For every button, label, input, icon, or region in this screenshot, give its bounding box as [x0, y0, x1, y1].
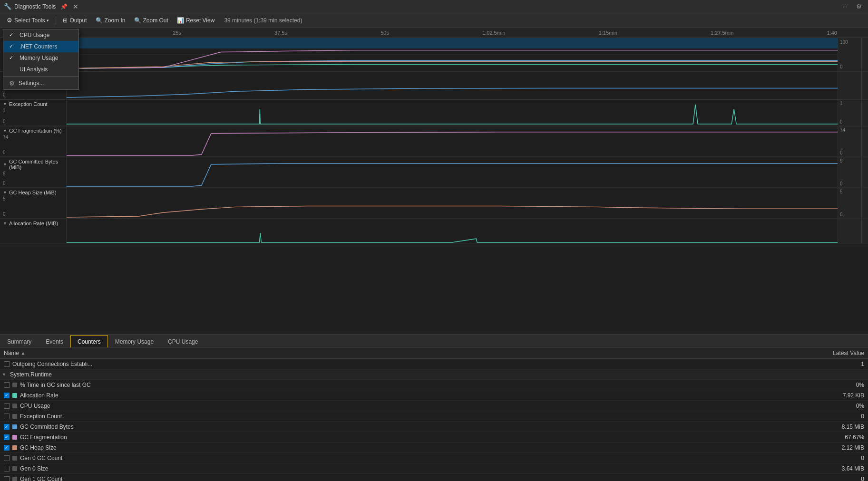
- gc-committed-header[interactable]: ▼ GC Committed Bytes (MiB): [3, 159, 63, 170]
- right-min: 0: [840, 64, 859, 69]
- tab-events-label: Events: [46, 338, 63, 345]
- dropdown-item-memory[interactable]: ✓ Memory Usage: [3, 52, 78, 64]
- gc-frag-scrollbar[interactable]: [861, 126, 868, 156]
- gear-icon: ⚙: [7, 17, 12, 24]
- gen1-gc-checkbox[interactable]: [4, 476, 10, 481]
- ruler-mark-1: 25s: [173, 30, 181, 36]
- gc-committed-y-labels: 9 0: [3, 171, 63, 186]
- cpu-row-text: CPU Usage: [20, 403, 50, 409]
- tab-summary[interactable]: Summary: [0, 335, 39, 347]
- gc-heap-checkbox[interactable]: ✓: [4, 445, 10, 451]
- exception-text: Exception Count: [20, 413, 62, 420]
- gen0-size-checkbox[interactable]: [4, 466, 10, 471]
- exc-right-bot: 0: [840, 119, 859, 125]
- select-tools-dropdown: ✓ CPU Usage ✓ .NET Counters ✓ Memory Usa…: [3, 29, 79, 90]
- gen0-gc-color: [12, 456, 17, 461]
- table-row-gc-time[interactable]: % Time in GC since last GC 0%: [0, 380, 868, 390]
- output-button[interactable]: ⊞ Output: [59, 15, 90, 26]
- gen0-gc-value: 0: [802, 455, 864, 462]
- exception-header[interactable]: ▼ Exception Count: [3, 101, 63, 107]
- gc-frag-row-name: ✓ GC Fragmentation: [4, 434, 802, 441]
- table-row-gc-frag[interactable]: ✓ GC Fragmentation 67.67%: [0, 432, 868, 443]
- ruler-mark-6: 1:27.5min: [711, 30, 733, 36]
- gc-committed-label-col: ▼ GC Committed Bytes (MiB) 9 0: [0, 157, 67, 187]
- table-row-alloc-rate[interactable]: ✓ Allocation Rate 7.92 KiB: [0, 390, 868, 401]
- table-row-gen0-size[interactable]: Gen 0 Size 3.64 MiB: [0, 463, 868, 474]
- ui-check-icon: ✓: [9, 66, 16, 72]
- dropdown-item-settings[interactable]: ⚙ Settings...: [3, 77, 78, 89]
- table-row-outgoing[interactable]: Outgoing Connections Establi... 1: [0, 359, 868, 369]
- exc-y-bot: 0: [3, 119, 63, 124]
- gc-heap-header[interactable]: ▼ GC Heap Size (MiB): [3, 190, 63, 195]
- dropdown-item-ui-analysis[interactable]: ✓ UI Analysis: [3, 64, 78, 75]
- gc-committed-scrollbar[interactable]: [861, 157, 868, 187]
- gc-heap-right: 5 0: [838, 188, 861, 218]
- value-column-header[interactable]: Latest Value: [802, 350, 864, 356]
- title-bar-left: 🔧 Diagnostic Tools 📌 ✕: [4, 2, 81, 11]
- output-icon: ⊞: [63, 17, 68, 24]
- charts-area[interactable]: ▼ .NET Counters 100 0: [0, 38, 868, 334]
- reset-view-button[interactable]: 📊 Reset View: [173, 15, 218, 26]
- alloc-scrollbar[interactable]: [861, 219, 868, 243]
- memory-check-icon: ✓: [9, 55, 16, 61]
- tab-events[interactable]: Events: [39, 335, 70, 347]
- more-options-button[interactable]: ···: [840, 2, 850, 11]
- system-runtime-text: System.Runtime: [10, 371, 52, 378]
- settings-button[interactable]: ⚙: [854, 2, 864, 11]
- zoom-out-button[interactable]: 🔍 Zoom Out: [130, 15, 172, 26]
- gc-committed-canvas: [67, 157, 838, 187]
- select-tools-button[interactable]: ⚙ Select Tools ▾: [3, 15, 53, 26]
- dropdown-item-net-counters[interactable]: ✓ .NET Counters: [3, 41, 78, 52]
- gc-time-name: % Time in GC since last GC: [4, 382, 802, 388]
- memory-scrollbar[interactable]: [861, 72, 868, 99]
- alloc-row: ▼ Allocation Rate (MiB): [0, 219, 868, 244]
- close-button[interactable]: ✕: [70, 2, 81, 11]
- tab-counters[interactable]: Counters: [70, 335, 108, 347]
- gc-frag-y-labels: 74 0: [3, 135, 63, 155]
- name-column-header[interactable]: Name ▲: [4, 350, 802, 356]
- gc-time-color: [12, 383, 17, 387]
- gc-frag-title: GC Fragmentation (%): [9, 128, 62, 134]
- exc-y-top: 1: [3, 108, 63, 113]
- cpu-row-checkbox[interactable]: [4, 403, 10, 409]
- outgoing-checkbox[interactable]: [4, 361, 10, 367]
- alloc-rate-checkbox[interactable]: ✓: [4, 393, 10, 398]
- chart-scrollbar[interactable]: [861, 38, 868, 71]
- table-row-gc-heap[interactable]: ✓ GC Heap Size 2.12 MiB: [0, 443, 868, 453]
- exception-scrollbar[interactable]: [861, 100, 868, 125]
- pin-icon[interactable]: 📌: [60, 3, 68, 10]
- tab-cpu-usage[interactable]: CPU Usage: [161, 335, 205, 347]
- gc-time-checkbox[interactable]: [4, 382, 10, 388]
- section-collapse-icon: ▼: [2, 372, 6, 377]
- title-bar-title: Diagnostic Tools: [14, 3, 56, 10]
- table-row-cpu[interactable]: CPU Usage 0%: [0, 401, 868, 411]
- gc-committed-row: ▼ GC Committed Bytes (MiB) 9 0 9: [0, 157, 868, 188]
- table-row-exception[interactable]: Exception Count 0: [0, 411, 868, 422]
- gc-heap-text: GC Heap Size: [20, 444, 57, 451]
- gcheap-y-bot: 0: [3, 212, 63, 217]
- gen0-gc-checkbox[interactable]: [4, 455, 10, 461]
- tab-memory-label: Memory Usage: [115, 338, 154, 345]
- gc-frag-checkbox[interactable]: ✓: [4, 434, 10, 440]
- exception-chart-title: Exception Count: [9, 101, 48, 107]
- output-label: Output: [69, 17, 87, 24]
- table-row-gen1-gc[interactable]: Gen 1 GC Count 0: [0, 474, 868, 481]
- counters-table[interactable]: Name ▲ Latest Value Outgoing Connections…: [0, 348, 868, 481]
- alloc-header[interactable]: ▼ Allocation Rate (MiB): [3, 221, 63, 226]
- net-counters-row: ▼ .NET Counters 100 0: [0, 38, 868, 71]
- main-area: 12.5s 25s 37.5s 50s 1:02.5min 1:15min 1:…: [0, 28, 868, 481]
- table-row-gc-committed[interactable]: ✓ GC Committed Bytes 8.15 MiB: [0, 422, 868, 432]
- gc-committed-checkbox[interactable]: ✓: [4, 424, 10, 430]
- exception-checkbox[interactable]: [4, 414, 10, 419]
- dropdown-arrow-icon: ▾: [47, 18, 49, 23]
- gc-frag-svg: [67, 126, 838, 156]
- gen0-size-name: Gen 0 Size: [4, 465, 802, 472]
- table-row-gen0-gc[interactable]: Gen 0 GC Count 0: [0, 453, 868, 463]
- tab-memory-usage[interactable]: Memory Usage: [108, 335, 161, 347]
- gc-heap-scrollbar[interactable]: [861, 188, 868, 218]
- dropdown-item-cpu[interactable]: ✓ CPU Usage: [3, 29, 78, 41]
- gc-frag-header[interactable]: ▼ GC Fragmentation (%): [3, 128, 63, 134]
- select-tools-container: ⚙ Select Tools ▾ ✓ CPU Usage ✓ .NET Coun…: [3, 15, 53, 26]
- system-runtime-header[interactable]: ▼ System.Runtime: [0, 369, 868, 380]
- zoom-in-button[interactable]: 🔍 Zoom In: [92, 15, 129, 26]
